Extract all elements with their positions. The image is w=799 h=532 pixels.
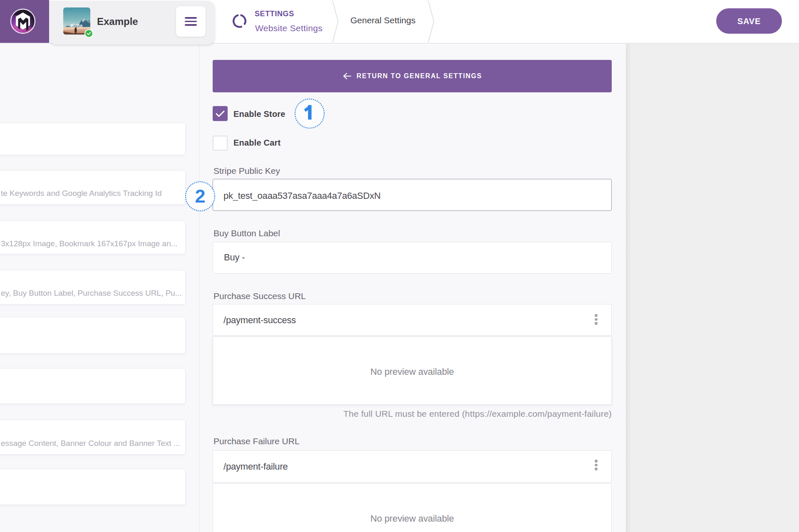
svg-text:2: 2 — [195, 186, 205, 207]
svg-text:Alpha: Alpha — [70, 23, 82, 28]
